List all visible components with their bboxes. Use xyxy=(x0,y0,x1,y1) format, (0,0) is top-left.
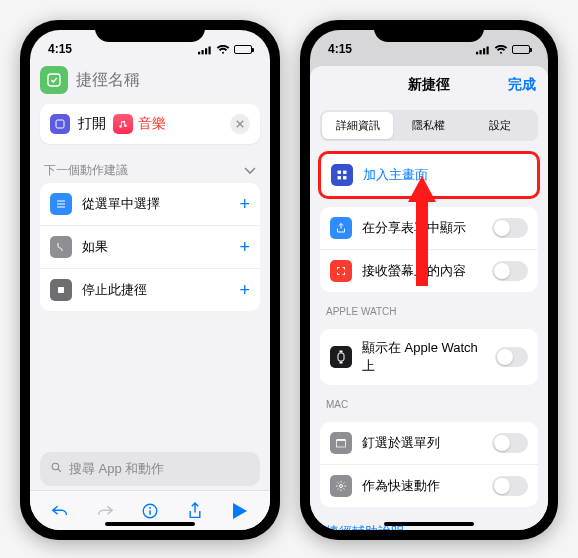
wifi-icon xyxy=(216,44,230,54)
svg-rect-10 xyxy=(57,204,65,205)
action-card[interactable]: 打開 音樂 xyxy=(40,104,260,144)
toggle-switch[interactable] xyxy=(492,433,528,453)
svg-rect-11 xyxy=(57,207,65,208)
suggestion-row[interactable]: 從選單中選擇 + xyxy=(40,183,260,226)
svg-rect-27 xyxy=(340,351,343,353)
row-label: 釘選於選單列 xyxy=(362,434,440,452)
svg-point-13 xyxy=(52,463,59,470)
action-text: 打開 音樂 xyxy=(78,114,166,134)
play-button[interactable] xyxy=(228,499,252,523)
add-icon[interactable]: + xyxy=(239,194,250,215)
segmented-control[interactable]: 詳細資訊 隱私權 設定 xyxy=(320,110,538,141)
shortcut-app-icon xyxy=(40,66,68,94)
svg-rect-2 xyxy=(205,48,207,54)
row-label: 顯示在 Apple Watch 上 xyxy=(362,339,485,375)
svg-rect-22 xyxy=(338,171,342,175)
svg-rect-25 xyxy=(343,176,347,180)
search-icon xyxy=(50,461,63,477)
watch-group: 顯示在 Apple Watch 上 xyxy=(320,329,538,385)
if-icon xyxy=(50,236,72,258)
svg-rect-0 xyxy=(198,52,200,55)
svg-point-16 xyxy=(149,507,151,509)
toggle-switch[interactable] xyxy=(492,261,528,281)
toggle-switch[interactable] xyxy=(495,347,528,367)
svg-rect-1 xyxy=(202,50,204,54)
chevron-down-icon[interactable] xyxy=(244,164,256,178)
add-icon[interactable]: + xyxy=(239,237,250,258)
pin-menubar-row[interactable]: 釘選於選單列 xyxy=(320,422,538,465)
svg-point-31 xyxy=(340,485,343,488)
screen-right: 4:15 新捷徑 完成 詳細資訊 隱私權 設定 xyxy=(310,30,548,530)
row-label: 作為快速動作 xyxy=(362,477,440,495)
menu-icon xyxy=(50,193,72,215)
watch-section-label: APPLE WATCH xyxy=(310,292,548,321)
search-placeholder: 搜尋 App 和動作 xyxy=(69,460,164,478)
phone-right: 4:15 新捷徑 完成 詳細資訊 隱私權 設定 xyxy=(300,20,558,540)
quick-action-row[interactable]: 作為快速動作 xyxy=(320,465,538,507)
phone-left: 4:15 xyxy=(20,20,280,540)
svg-rect-3 xyxy=(209,47,211,55)
home-grid-icon xyxy=(331,164,353,186)
share-button[interactable] xyxy=(183,499,207,523)
segment-setup[interactable]: 設定 xyxy=(465,112,536,139)
battery-icon xyxy=(234,45,252,54)
svg-rect-23 xyxy=(343,171,347,175)
action-app-link[interactable]: 音樂 xyxy=(138,115,166,131)
home-indicator xyxy=(105,522,195,526)
mac-group: 釘選於選單列 作為快速動作 xyxy=(320,422,538,507)
suggestion-label: 停止此捷徑 xyxy=(82,281,147,299)
watch-row[interactable]: 顯示在 Apple Watch 上 xyxy=(320,329,538,385)
home-indicator xyxy=(384,522,474,526)
redo-button[interactable] xyxy=(93,499,117,523)
gear-icon xyxy=(330,475,352,497)
sheet-title: 新捷徑 xyxy=(408,76,450,94)
settings-sheet: 新捷徑 完成 詳細資訊 隱私權 設定 加入主畫面 xyxy=(310,66,548,530)
stop-icon xyxy=(50,279,72,301)
shortcut-name-input[interactable] xyxy=(76,71,270,89)
mac-section-label: MAC xyxy=(310,385,548,414)
share-sheet-icon xyxy=(330,217,352,239)
help-link[interactable]: 捷徑輔助說明 xyxy=(310,507,548,530)
notch xyxy=(95,20,205,42)
remove-action-button[interactable] xyxy=(230,114,250,134)
suggestion-row[interactable]: 如果 + xyxy=(40,226,260,269)
toggle-switch[interactable] xyxy=(492,218,528,238)
suggestion-row[interactable]: 停止此捷徑 + xyxy=(40,269,260,311)
pin-icon xyxy=(330,432,352,454)
add-icon[interactable]: + xyxy=(239,280,250,301)
status-time: 4:15 xyxy=(48,42,72,56)
svg-rect-4 xyxy=(48,74,60,86)
svg-rect-30 xyxy=(337,441,346,448)
done-button[interactable]: 完成 xyxy=(508,76,536,94)
svg-rect-9 xyxy=(57,201,65,202)
toggle-switch[interactable] xyxy=(492,476,528,496)
screen-left: 4:15 xyxy=(30,30,270,530)
suggestion-label: 如果 xyxy=(82,238,108,256)
svg-line-14 xyxy=(58,469,61,472)
svg-rect-26 xyxy=(338,353,344,361)
apple-watch-icon xyxy=(330,346,352,368)
svg-rect-8 xyxy=(56,120,64,128)
search-input[interactable]: 搜尋 App 和動作 xyxy=(40,452,260,486)
annotation-arrow xyxy=(408,176,436,286)
editor-header xyxy=(30,60,270,102)
signal-icon xyxy=(198,44,212,54)
info-button[interactable] xyxy=(138,499,162,523)
undo-button[interactable] xyxy=(48,499,72,523)
segment-details[interactable]: 詳細資訊 xyxy=(322,112,393,139)
segment-privacy[interactable]: 隱私權 xyxy=(393,112,464,139)
receive-icon xyxy=(330,260,352,282)
sheet-header: 新捷徑 完成 xyxy=(310,66,548,104)
suggestions-header: 下一個動作建議 xyxy=(30,154,270,183)
open-app-icon xyxy=(50,114,70,134)
music-app-icon xyxy=(113,114,133,134)
notch xyxy=(374,20,484,42)
suggestion-label: 從選單中選擇 xyxy=(82,195,160,213)
svg-rect-12 xyxy=(58,287,64,293)
suggestion-list: 從選單中選擇 + 如果 + 停止此捷徑 + xyxy=(40,183,260,311)
svg-rect-24 xyxy=(338,176,342,180)
svg-rect-28 xyxy=(340,362,343,364)
svg-rect-17 xyxy=(149,510,151,515)
